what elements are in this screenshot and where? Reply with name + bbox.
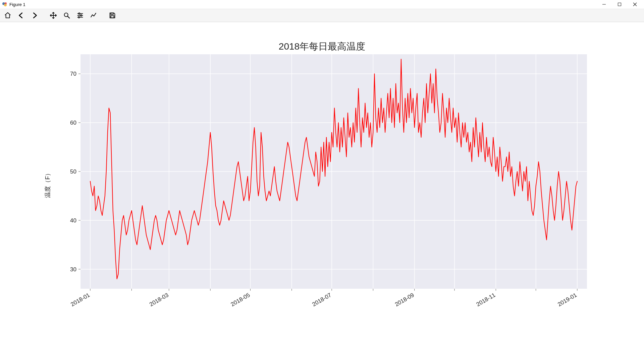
pan-button[interactable] [48,10,59,20]
svg-rect-15 [111,13,113,15]
x-tick-label: 2018-01 [70,292,91,308]
back-button[interactable] [15,10,27,20]
y-tick-label: 60 [70,120,76,126]
figure-toolbar [0,9,644,22]
app-icon [2,2,7,7]
svg-point-14 [78,16,79,18]
figure-canvas[interactable]: 2018年每日最高温度 温度（F） 30405060702018-012018-… [0,22,644,345]
maximize-button[interactable] [612,0,627,9]
y-tick-label: 30 [70,266,76,273]
x-tick-label: 2018-09 [394,292,415,308]
svg-rect-4 [618,3,621,6]
window-title: Figure 1 [9,2,25,7]
x-tick-label: 2018-05 [230,292,251,308]
x-tick-label: 2019-01 [556,292,578,308]
svg-point-12 [80,15,82,16]
close-button[interactable] [627,0,643,9]
y-tick-label: 40 [70,217,76,224]
forward-button[interactable] [29,10,40,20]
save-button[interactable] [107,10,118,20]
svg-point-2 [5,2,7,4]
svg-line-8 [68,16,70,18]
svg-point-10 [78,13,80,14]
zoom-button[interactable] [61,10,72,20]
minimize-button[interactable] [596,0,612,9]
y-tick-label: 50 [70,168,76,175]
y-tick-label: 70 [70,71,76,77]
window-titlebar: Figure 1 [0,0,644,9]
chart-plot: 30405060702018-012018-032018-052018-0720… [0,22,644,345]
edit-axes-button[interactable] [88,10,99,20]
x-tick-label: 2018-07 [311,292,333,308]
x-tick-label: 2018-11 [475,292,497,308]
home-button[interactable] [2,10,13,20]
svg-rect-16 [111,16,114,18]
x-tick-label: 2018-03 [148,292,170,308]
configure-subplots-button[interactable] [74,10,86,20]
